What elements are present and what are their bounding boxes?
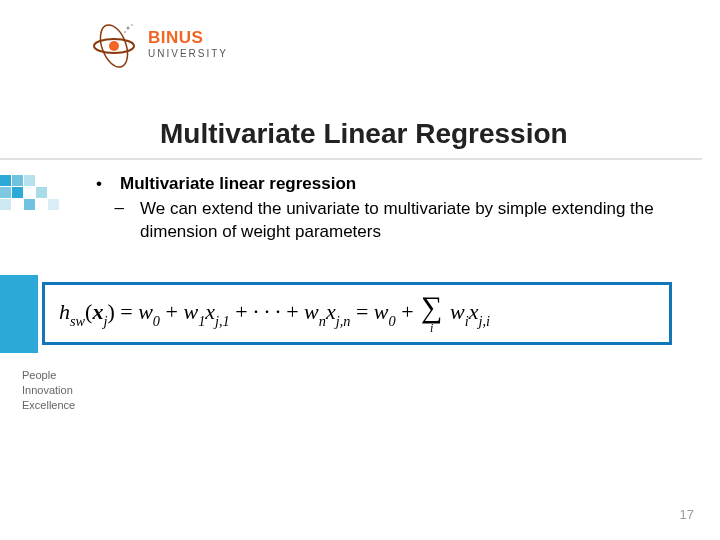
content: • Multivariate linear regression – We ca… (90, 174, 688, 244)
equation-box: hsw(xj) = w0 + w1xj,1 + · · · + wnxj,n =… (42, 282, 672, 345)
eq-lhs-argsub: j (103, 313, 107, 329)
svg-point-3 (127, 27, 130, 30)
tagline-line-2: Innovation (22, 383, 75, 398)
page-title: Multivariate Linear Regression (160, 118, 568, 150)
eq-lhs-arg: x (92, 299, 103, 324)
eq-sum-index: i (430, 322, 433, 334)
eq-t1-c: w (183, 299, 198, 324)
svg-point-5 (124, 31, 126, 33)
eq-s0-cs: 0 (389, 313, 396, 329)
logo-mark-icon (88, 18, 140, 70)
logo-text: BINUS UNIVERSITY (148, 29, 228, 59)
title-underline (0, 158, 702, 160)
eq-lhs-func: h (59, 299, 70, 324)
tagline: People Innovation Excellence (22, 368, 75, 413)
slide: BINUS UNIVERSITY Multivariate Linear Reg… (0, 0, 720, 540)
svg-point-2 (109, 41, 119, 51)
eq-t0-c: w (138, 299, 153, 324)
eq-si-cs: i (465, 313, 469, 329)
eq-t0-cs: 0 (153, 313, 160, 329)
tagline-line-3: Excellence (22, 398, 75, 413)
sigma-icon: ∑ i (421, 293, 442, 334)
eq-tn-c: w (304, 299, 319, 324)
eq-t1-cs: 1 (198, 313, 205, 329)
eq-tn-v: x (326, 299, 336, 324)
decor-pixels-icon (0, 175, 64, 220)
bullet-row: • Multivariate linear regression (90, 174, 688, 194)
tagline-line-1: People (22, 368, 75, 383)
decor-band (0, 275, 38, 353)
logo-subtitle: UNIVERSITY (148, 49, 228, 60)
logo: BINUS UNIVERSITY (88, 18, 228, 70)
eq-t1-vs: j,1 (215, 313, 230, 329)
sub-bullet-text: We can extend the univariate to multivar… (140, 198, 688, 244)
eq-si-c: w (450, 299, 465, 324)
page-number: 17 (680, 507, 694, 522)
eq-tn-vs: j,n (336, 313, 351, 329)
bullet-marker: • (90, 174, 108, 194)
svg-point-4 (131, 24, 133, 26)
logo-brand: BINUS (148, 29, 228, 47)
sub-bullet-marker: – (90, 198, 130, 244)
bullet-label: Multivariate linear regression (120, 174, 356, 194)
eq-s0-c: w (374, 299, 389, 324)
sub-bullet-row: – We can extend the univariate to multiv… (90, 198, 688, 244)
eq-t1-v: x (205, 299, 215, 324)
eq-si-v: x (469, 299, 479, 324)
eq-dots: · · · (253, 299, 281, 324)
equation: hsw(xj) = w0 + w1xj,1 + · · · + wnxj,n =… (59, 293, 490, 334)
eq-tn-cs: n (319, 313, 326, 329)
eq-si-vs: j,i (478, 313, 490, 329)
eq-lhs-sub: sw (70, 313, 85, 329)
